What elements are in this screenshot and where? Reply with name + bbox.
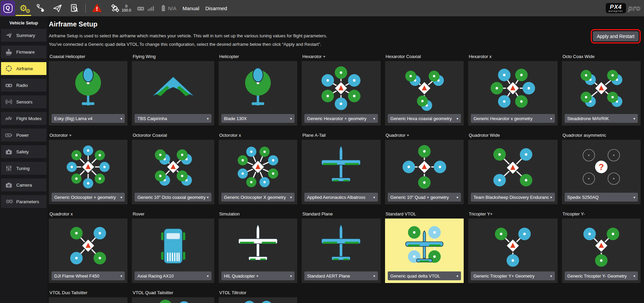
airframe-variant-dropdown[interactable]: Team Blacksheep Discovery Enduranc ▾ <box>471 193 555 202</box>
airframe-cell-tricopter-y-minus: Tricopter Y- Generic Tricopter Y- Geomet… <box>562 210 641 283</box>
plan-button[interactable] <box>32 0 49 16</box>
sidebar-item-sensors[interactable]: Sensors <box>1 95 46 108</box>
airframe-variant-dropdown[interactable]: Esky (Big) Lama v4 ▾ <box>52 114 125 123</box>
airframe-cell-hexarotor-x: Hexarotor x Generic Hexarotor x geometr <box>468 53 558 126</box>
airframe-card[interactable]: Generic Hexa coaxial geometry ▾ <box>385 61 464 126</box>
flight-mode-indicator[interactable]: Manual <box>183 5 199 11</box>
sidebar-item-flight-modes[interactable]: Flight Modes <box>1 112 46 125</box>
airframe-variant-dropdown[interactable]: Generic quad delta VTOL ▾ <box>388 271 461 280</box>
airframe-card-selected[interactable]: Generic quad delta VTOL ▾ <box>385 219 464 283</box>
airframe-variant-dropdown[interactable]: Applied Aeronautics Albatross ▾ <box>304 193 378 202</box>
airframe-cell-rover: Rover <box>132 210 214 283</box>
airframe-variant-dropdown[interactable]: DJI Flame Wheel F450 ▾ <box>52 271 125 280</box>
airframe-variant-dropdown[interactable]: Generic Octocopter + geometry ▾ <box>52 193 125 202</box>
airframe-card[interactable]: Generic Hexarotor x geometry ▾ <box>468 61 558 126</box>
airframe-card[interactable]: Generic Tricopter Y- Geometry ▾ <box>562 219 641 283</box>
sidebar-item-parameters[interactable]: ⚙⚙ Parameters <box>1 195 46 208</box>
airframe-cell-octorotor-plus: Octorotor + <box>49 132 127 204</box>
airframe-card[interactable]: Team Blacksheep Discovery Enduranc ▾ <box>468 140 558 204</box>
airframe-type-label: Standard Plane <box>302 210 380 219</box>
battery-icon <box>160 4 167 13</box>
sidebar-item-label: Camera <box>16 183 32 188</box>
sidebar-item-radio[interactable]: Radio <box>1 79 46 92</box>
dropdown-value: Generic Hexa coaxial geometry <box>390 116 452 121</box>
battery-status[interactable]: N/A <box>160 4 177 13</box>
airframe-card[interactable]: Axial Racing AX10 ▾ <box>132 219 214 283</box>
airframe-cell-octo-coax-wide: Octo Coax Wide Steadidrone MAVRIK <box>562 53 641 126</box>
arm-state-indicator[interactable]: Disarmed <box>205 5 227 11</box>
airframe-variant-dropdown[interactable]: Generic Hexarotor + geometry ▾ <box>304 114 378 123</box>
octorotor-x-illustration <box>219 140 297 193</box>
airframe-variant-dropdown[interactable]: Generic 10" Quad + geometry ▾ <box>388 193 461 202</box>
airframe-card[interactable]: TBS Caipirinha ▾ <box>132 61 214 126</box>
flight-modes-wave-icon <box>4 115 13 122</box>
airframe-card[interactable]: Generic 10" Octo coaxial geometry ▾ <box>132 140 214 204</box>
airframe-variant-dropdown[interactable]: Blade 130X ▾ <box>221 114 295 123</box>
qgc-logo[interactable]: Q <box>1 1 15 16</box>
airframe-variant-dropdown[interactable]: Generic 10" Octo coaxial geometry ▾ <box>135 193 211 202</box>
chevron-down-icon: ▾ <box>633 195 635 199</box>
airframe-type-label: Octorotor x <box>219 132 297 140</box>
airframe-card[interactable]: Generic Tricopter Y+ Geometry ▾ <box>468 219 558 283</box>
airframe-variant-dropdown[interactable]: Axial Racing AX10 ▾ <box>135 271 211 280</box>
airframe-cell-octorotor-x: Octorotor x <box>219 132 297 204</box>
airframe-variant-dropdown[interactable]: Generic Hexa coaxial geometry ▾ <box>388 114 461 123</box>
airframe-card[interactable]: Steadidrone MAVRIK ▾ <box>562 61 641 126</box>
apply-button-highlight-ring: Apply and Restart <box>591 29 641 43</box>
airframe-variant-dropdown[interactable]: TBS Caipirinha ▾ <box>135 114 211 123</box>
airframe-variant-dropdown[interactable]: Standard AERT Plane ▾ <box>304 271 378 280</box>
airframe-card[interactable]: Esky (Big) Lama v4 ▾ <box>49 61 127 126</box>
airframe-type-label: Flying Wing <box>132 53 214 61</box>
airframe-card[interactable] <box>132 297 214 303</box>
airframe-type-label: Hexarotor x <box>468 53 558 61</box>
airframe-variant-dropdown[interactable]: Generic Hexarotor x geometry ▾ <box>471 114 555 123</box>
sidebar-item-tuning[interactable]: Tuning <box>1 162 46 175</box>
airframe-variant-dropdown[interactable]: Spedix S250AQ ▾ <box>565 193 638 202</box>
airframe-variant-dropdown[interactable]: Generic Octocopter X geometry ▾ <box>221 193 295 202</box>
airframe-card[interactable]: Standard AERT Plane ▾ <box>302 219 380 283</box>
gps-status[interactable]: 0 100.0 <box>110 3 131 13</box>
airframe-card[interactable]: Blade 130X ▾ <box>219 61 297 126</box>
airframe-card[interactable]: HIL Quadcopter + ▾ <box>219 219 297 283</box>
analyze-button[interactable] <box>66 0 83 16</box>
sidebar-item-summary[interactable]: Summary <box>1 29 46 42</box>
airframe-type-label: Hexarotor Coaxial <box>385 53 464 61</box>
airframe-variant-dropdown[interactable]: HIL Quadcopter + ▾ <box>221 271 295 280</box>
airframe-variant-dropdown[interactable]: Steadidrone MAVRIK ▾ <box>565 114 638 123</box>
fly-button[interactable] <box>49 0 66 16</box>
chevron-down-icon: ▾ <box>457 274 458 278</box>
airframe-card[interactable]: Generic Hexarotor + geometry ▾ <box>302 61 380 126</box>
rc-status[interactable] <box>136 4 155 12</box>
airframe-card[interactable]: Generic 10" Quad + geometry ▾ <box>385 140 464 204</box>
airframe-variant-dropdown[interactable]: Generic Tricopter Y- Geometry ▾ <box>565 271 638 280</box>
sidebar-item-safety[interactable]: Safety <box>1 145 46 158</box>
sidebar-item-label: Safety <box>16 149 29 154</box>
airframe-card[interactable]: DJI Flame Wheel F450 ▾ <box>49 219 127 283</box>
airframe-card[interactable]: ? Spedix S250AQ ▾ <box>562 140 641 204</box>
plane-a-tail-illustration <box>302 140 380 193</box>
description-line-2: You've connected a Generic quad delta VT… <box>49 40 641 49</box>
airframe-card[interactable]: Generic Octocopter X geometry ▾ <box>219 140 297 204</box>
quadrotor-wide-illustration <box>468 140 558 193</box>
apply-and-restart-button[interactable]: Apply and Restart <box>593 31 639 41</box>
sidebar-item-power[interactable]: Power <box>1 129 46 141</box>
px4-text: PX4 <box>610 4 622 10</box>
airframe-variant-dropdown[interactable]: Generic Tricopter Y+ Geometry ▾ <box>471 271 555 280</box>
sidebar-item-camera[interactable]: Camera <box>1 178 46 191</box>
sidebar-item-firmware[interactable]: Firmware <box>1 45 46 58</box>
airframe-card[interactable] <box>49 297 127 303</box>
tuning-sliders-icon <box>4 165 13 172</box>
vtol-tiltrotor-illustration <box>219 297 297 303</box>
airframe-card[interactable] <box>219 297 297 303</box>
dropdown-value: HIL Quadcopter + <box>224 273 259 279</box>
tricopter-y-plus-illustration <box>468 219 558 271</box>
quadrotor-asymmetric-illustration: ? <box>562 140 641 193</box>
messages-warning-button[interactable] <box>88 0 105 16</box>
airframe-cell-flying-wing: Flying Wing TBS Caipirinha ▾ <box>132 53 214 126</box>
vehicle-setup-gears-button[interactable]: ⚙⚙ <box>15 0 32 16</box>
airframe-cell-vtol-duo-tailsitter: VTOL Duo Tailsitter <box>49 289 127 303</box>
airframe-card[interactable]: Applied Aeronautics Albatross ▾ <box>302 140 380 204</box>
airframe-cell-standard-vtol: Standard VTOL <box>385 210 464 283</box>
airframe-card[interactable]: Generic Octocopter + geometry ▾ <box>49 140 127 204</box>
sidebar-item-airframe[interactable]: Airframe <box>1 62 46 75</box>
